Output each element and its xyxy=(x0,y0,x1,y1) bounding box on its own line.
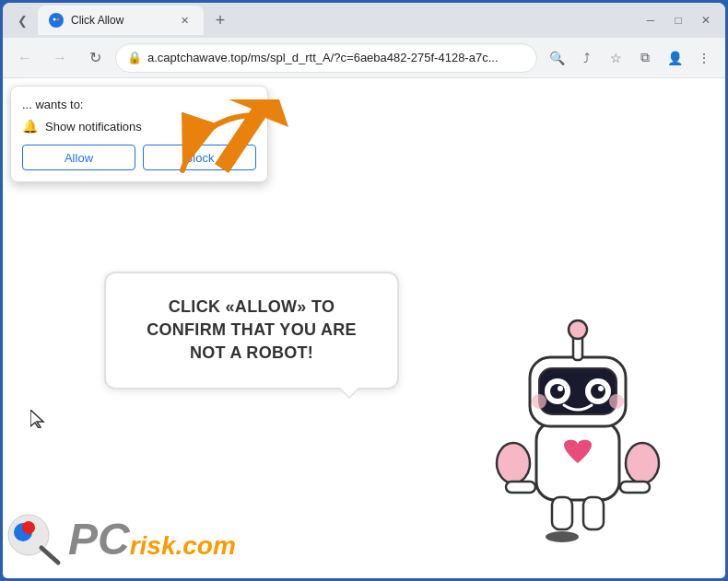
share-icon[interactable]: ⤴ xyxy=(572,44,600,72)
robot-svg xyxy=(486,302,670,560)
svg-point-21 xyxy=(558,386,563,391)
refresh-button[interactable]: ↻ xyxy=(80,43,110,73)
robot-character xyxy=(486,302,670,560)
nav-icons: 🔍 ⤴ ☆ ⧉ 👤 ⋮ xyxy=(543,44,718,72)
pcrisk-logo-area: PC risk.com xyxy=(3,509,236,569)
pcrisk-pc-text: PC xyxy=(68,517,130,562)
svg-point-23 xyxy=(532,394,546,409)
browser-window: ❮ Click Allow ✕ + ─ □ ✕ ← → ↻ 🔒 a.captch… xyxy=(3,3,725,578)
svg-point-27 xyxy=(22,521,35,534)
active-tab[interactable]: Click Allow ✕ xyxy=(38,6,204,35)
window-close-button[interactable]: ✕ xyxy=(694,8,718,32)
message-bubble: CLICK «ALLOW» TO CONFIRM THAT YOU ARE NO… xyxy=(104,272,399,389)
svg-point-20 xyxy=(591,384,605,399)
navigation-bar: ← → ↻ 🔒 a.captchawave.top/ms/spl_d_rtt_A… xyxy=(3,38,725,78)
tab-close-icon[interactable]: ✕ xyxy=(176,12,193,29)
svg-point-22 xyxy=(598,386,604,391)
address-bar[interactable]: 🔒 a.captchawave.top/ms/spl_d_rtt_A/?c=6a… xyxy=(115,43,537,73)
pcrisk-text-container: PC risk.com xyxy=(68,517,236,562)
svg-point-1 xyxy=(53,18,56,21)
bell-icon: 🔔 xyxy=(22,119,38,134)
maximize-button[interactable]: □ xyxy=(666,8,690,32)
window-controls: ─ □ ✕ xyxy=(639,8,718,32)
tab-area: ❮ Click Allow ✕ + xyxy=(10,6,635,35)
main-message: CLICK «ALLOW» TO CONFIRM THAT YOU ARE NO… xyxy=(135,296,368,366)
mouse-cursor xyxy=(30,410,45,433)
svg-marker-29 xyxy=(30,410,43,428)
arrow-icon xyxy=(164,106,275,198)
svg-rect-10 xyxy=(552,497,572,529)
profile-icon[interactable]: 👤 xyxy=(661,44,688,72)
back-button[interactable]: ← xyxy=(10,43,40,73)
svg-rect-11 xyxy=(583,497,604,529)
svg-point-6 xyxy=(497,443,530,483)
pcrisk-logo-icon xyxy=(3,509,63,569)
menu-icon[interactable]: ⋮ xyxy=(690,44,718,72)
arrow-indicator xyxy=(164,106,275,202)
svg-point-19 xyxy=(550,384,565,399)
cursor-icon xyxy=(30,410,45,428)
lock-icon: 🔒 xyxy=(127,51,142,64)
svg-point-24 xyxy=(609,394,624,409)
tab-chevron-icon[interactable]: ❮ xyxy=(10,8,34,32)
split-view-icon[interactable]: ⧉ xyxy=(631,44,659,72)
allow-button[interactable]: Allow xyxy=(22,145,135,170)
pcrisk-suffix-text: risk.com xyxy=(130,533,236,559)
bookmark-icon[interactable]: ☆ xyxy=(602,44,629,72)
tab-title: Click Allow xyxy=(71,14,169,27)
svg-line-28 xyxy=(41,548,58,563)
search-icon[interactable]: 🔍 xyxy=(543,44,570,72)
tab-favicon-icon xyxy=(49,13,64,28)
permission-label: Show notifications xyxy=(45,120,142,134)
svg-point-12 xyxy=(546,531,579,542)
minimize-button[interactable]: ─ xyxy=(639,8,663,32)
url-text: a.captchawave.top/ms/spl_d_rtt_A/?c=6aeb… xyxy=(147,51,525,64)
svg-point-2 xyxy=(57,18,60,21)
svg-point-15 xyxy=(569,320,587,339)
forward-button[interactable]: → xyxy=(45,43,75,73)
page-content: × ... wants to: 🔔 Show notifications All… xyxy=(3,78,725,578)
svg-rect-8 xyxy=(506,482,535,493)
new-tab-button[interactable]: + xyxy=(207,7,233,33)
svg-point-7 xyxy=(626,443,659,483)
title-bar: ❮ Click Allow ✕ + ─ □ ✕ xyxy=(3,3,725,38)
svg-rect-9 xyxy=(620,482,650,493)
